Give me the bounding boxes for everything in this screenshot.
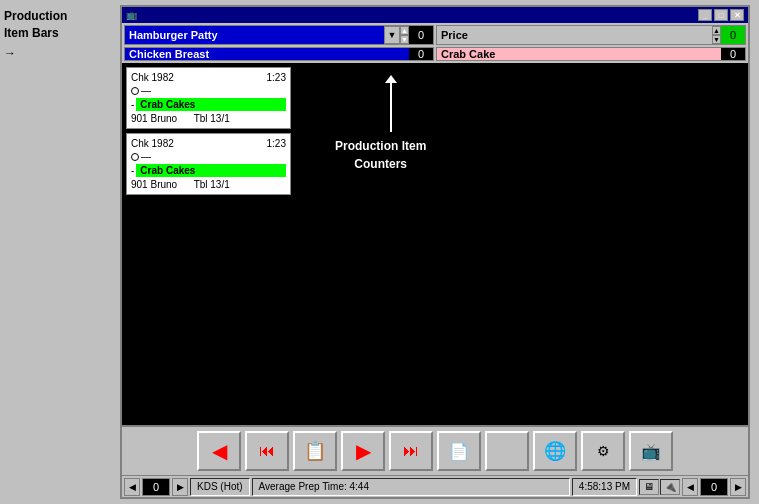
doc-icon: 📄 xyxy=(449,442,469,461)
network-status-icon: 🔌 xyxy=(660,479,680,495)
back-button[interactable]: ◀ xyxy=(197,431,241,471)
price-bar[interactable]: Price ▲ ▼ 0 xyxy=(436,25,746,45)
list-icon: 📋 xyxy=(304,440,326,462)
ticket-2-footer: 901 Bruno Tbl 13/1 xyxy=(131,179,286,190)
annotation-arrow-line xyxy=(390,77,392,132)
ticket-2-item: - Crab Cakes xyxy=(131,164,286,177)
chicken-breast-label: Chicken Breast xyxy=(125,48,409,60)
status-right-nav-3[interactable]: ▶ xyxy=(730,478,746,496)
status-right-count: 0 xyxy=(700,478,728,496)
crab-cake-bar[interactable]: Crab Cake 0 xyxy=(436,47,746,61)
order-ticket-1: Chk 1982 1:23 — - Crab Cakes 901 Bruno T… xyxy=(126,67,291,129)
skip-forward-icon: ⏭ xyxy=(403,442,419,460)
back-icon: ◀ xyxy=(212,439,227,463)
hamburger-patty-down[interactable]: ▼ xyxy=(400,35,409,44)
title-bar-icon: 📺 xyxy=(126,10,137,20)
monitor-button[interactable]: 📺 xyxy=(629,431,673,471)
empty-button[interactable] xyxy=(485,431,529,471)
annotation-area: Production ItemCounters xyxy=(295,67,744,421)
ticket-2-item-name: Crab Cakes xyxy=(136,164,286,177)
hamburger-patty-count: 0 xyxy=(409,26,433,44)
price-up[interactable]: ▲ xyxy=(712,26,721,35)
title-bar-controls: _ □ ✕ xyxy=(698,9,744,21)
label-arrow: → xyxy=(4,46,116,62)
close-button[interactable]: ✕ xyxy=(730,9,744,21)
ticket-1-item-name: Crab Cakes xyxy=(136,98,286,111)
monitor-status-icon: 🖥 xyxy=(639,479,659,495)
chicken-breast-bar[interactable]: Chicken Breast 0 xyxy=(124,47,434,61)
ticket-1-circle-icon xyxy=(131,87,139,95)
production-item-bars-label: ProductionItem Bars → xyxy=(0,0,120,69)
globe-icon: 🌐 xyxy=(544,440,566,462)
hamburger-patty-stepper[interactable]: ▲ ▼ xyxy=(400,26,409,44)
status-icons: 🖥 🔌 xyxy=(639,479,680,495)
forward-icon: ▶ xyxy=(356,439,371,463)
ticket-1-check: Chk 1982 xyxy=(131,72,174,83)
status-right: 4:58:13 PM 🖥 🔌 ◀ 0 ▶ xyxy=(572,478,746,496)
chicken-breast-count: 0 xyxy=(409,48,433,60)
annotation-arrowhead xyxy=(385,75,397,83)
price-stepper[interactable]: ▲ ▼ xyxy=(712,26,721,44)
main-content: Chk 1982 1:23 — - Crab Cakes 901 Bruno T… xyxy=(122,63,748,425)
crab-cake-label: Crab Cake xyxy=(437,48,721,60)
forward-button[interactable]: ▶ xyxy=(341,431,385,471)
arrow-icon: → xyxy=(4,46,16,62)
time-display: 4:58:13 PM xyxy=(572,478,637,496)
prep-time-label: Average Prep Time: 4:44 xyxy=(252,478,570,496)
title-bar: 📺 _ □ ✕ xyxy=(122,7,748,23)
order-ticket-2: Chk 1982 1:23 — - Crab Cakes 901 Bruno T… xyxy=(126,133,291,195)
doc-button[interactable]: 📄 xyxy=(437,431,481,471)
toolbar: ◀ ⏮ 📋 ▶ ⏭ 📄 🌐 ⚙ xyxy=(122,425,748,475)
list-button[interactable]: 📋 xyxy=(293,431,337,471)
ticket-2-time: 1:23 xyxy=(267,138,286,149)
production-item-bars-row: Hamburger Patty ▼ ▲ ▼ 0 Chicken Breast 0… xyxy=(122,23,748,63)
settings-button[interactable]: ⚙ xyxy=(581,431,625,471)
monitor-icon: 📺 xyxy=(641,442,661,461)
price-count: 0 xyxy=(721,26,745,44)
ticket-1-dash-icon: — xyxy=(141,85,151,96)
maximize-button[interactable]: □ xyxy=(714,9,728,21)
label-text: ProductionItem Bars xyxy=(4,8,116,42)
ticket-2-header: Chk 1982 1:23 xyxy=(131,138,286,149)
ticket-1-header: Chk 1982 1:23 xyxy=(131,72,286,83)
ticket-1-footer: 901 Bruno Tbl 13/1 xyxy=(131,113,286,124)
hamburger-patty-dropdown[interactable]: ▼ xyxy=(384,26,400,44)
minimize-button[interactable]: _ xyxy=(698,9,712,21)
crab-cake-count: 0 xyxy=(721,48,745,60)
hamburger-patty-bar[interactable]: Hamburger Patty ▼ ▲ ▼ 0 xyxy=(124,25,434,45)
skip-forward-button[interactable]: ⏭ xyxy=(389,431,433,471)
status-left-nav[interactable]: ◀ xyxy=(124,478,140,496)
status-bar: ◀ 0 ▶ KDS (Hot) Average Prep Time: 4:44 … xyxy=(122,475,748,497)
annotation-text: Production ItemCounters xyxy=(335,137,426,173)
ticket-2-dash-icon: — xyxy=(141,151,151,162)
ticket-1-time: 1:23 xyxy=(267,72,286,83)
ticket-1-item-dash: - xyxy=(131,99,134,110)
hamburger-patty-up[interactable]: ▲ xyxy=(400,26,409,35)
main-window: 📺 _ □ ✕ Hamburger Patty ▼ ▲ ▼ 0 Chicken … xyxy=(120,5,750,499)
ticket-2-circle-icon xyxy=(131,153,139,161)
settings-icon: ⚙ xyxy=(597,443,610,459)
order-tickets-panel: Chk 1982 1:23 — - Crab Cakes 901 Bruno T… xyxy=(126,67,291,421)
kds-label: KDS (Hot) xyxy=(190,478,250,496)
skip-back-icon: ⏮ xyxy=(259,442,275,460)
ticket-2-check: Chk 1982 xyxy=(131,138,174,149)
status-right-nav-left[interactable]: ▶ xyxy=(172,478,188,496)
status-right-nav-2[interactable]: ◀ xyxy=(682,478,698,496)
hamburger-patty-label: Hamburger Patty xyxy=(125,29,384,41)
ticket-2-circle-row: — xyxy=(131,151,286,162)
ticket-1-item: - Crab Cakes xyxy=(131,98,286,111)
ticket-1-circle-row: — xyxy=(131,85,286,96)
status-left-count: 0 xyxy=(142,478,170,496)
skip-back-button[interactable]: ⏮ xyxy=(245,431,289,471)
price-down[interactable]: ▼ xyxy=(712,35,721,44)
ticket-2-item-dash: - xyxy=(131,165,134,176)
price-label: Price xyxy=(437,29,712,41)
globe-button[interactable]: 🌐 xyxy=(533,431,577,471)
